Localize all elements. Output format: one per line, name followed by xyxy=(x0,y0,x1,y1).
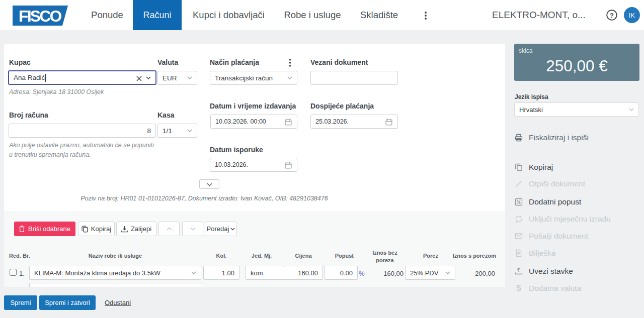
svg-text:FISCO: FISCO xyxy=(19,7,62,25)
svg-text:?: ? xyxy=(610,12,614,19)
